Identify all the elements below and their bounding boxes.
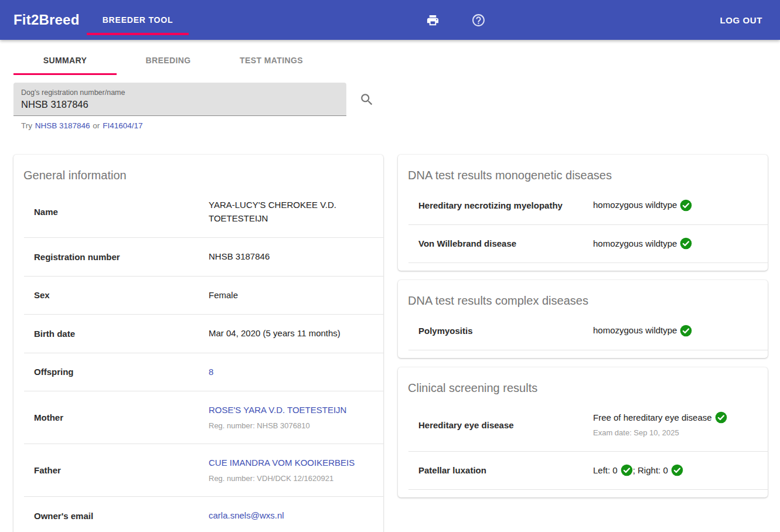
info-row: MotherROSE'S YARA V.D. TOETESTEIJNReg. n… (24, 391, 383, 444)
hint-text-try: Try (21, 121, 32, 130)
row-value-link[interactable]: ROSE'S YARA V.D. TOETESTEIJN (209, 404, 346, 417)
app-logo: Fit2Breed (13, 12, 80, 28)
row-label: Offspring (24, 366, 209, 378)
clinical-screening-title: Clinical screening results (398, 367, 768, 399)
dna-complex-title: DNA test results complex diseases (398, 280, 768, 312)
row-label: Mother (24, 411, 209, 424)
row-label: Hereditary necrotizing myelopathy (408, 199, 593, 212)
row-value-text: YARA-LUCY'S CHEROKEE V.D. TOETESTEIJN (209, 199, 373, 225)
row-value-text: Mar 04, 2020 (5 years 11 months) (209, 327, 340, 340)
info-row: Birth dateMar 04, 2020 (5 years 11 month… (24, 315, 383, 353)
info-row: FatherCUE IMANDRA VOM KOOIKERBEISReg. nu… (24, 444, 383, 497)
hint-link-2[interactable]: FI41604/17 (103, 121, 142, 130)
help-button[interactable] (468, 10, 488, 30)
results-column: DNA test results monogenetic diseases He… (398, 155, 768, 507)
row-value-link[interactable]: CUE IMANDRA VOM KOOIKERBEIS (209, 456, 355, 470)
tab-bar: SUMMARY BREEDING TEST MATINGS (13, 47, 780, 75)
info-row: Patellar luxationLeft: 0; Right: 0 (408, 452, 768, 490)
row-value: carla.snels@wxs.nl (209, 509, 373, 523)
check-icon (680, 237, 692, 250)
row-value: Left: 0; Right: 0 (593, 464, 757, 478)
tab-test-matings[interactable]: TEST MATINGS (220, 47, 323, 75)
info-row: Hereditary eye diseaseFree of hereditary… (408, 399, 768, 452)
check-icon (671, 464, 683, 476)
search-field[interactable]: Dog's registration number/name (13, 83, 346, 116)
row-value-text: NHSB 3187846 (209, 250, 270, 264)
info-row: SexFemale (24, 277, 383, 315)
tab-summary[interactable]: SUMMARY (13, 47, 117, 75)
search-row: Dog's registration number/name (13, 83, 780, 116)
row-label: Owner's email (24, 510, 209, 522)
check-icon (680, 325, 692, 337)
general-info-rows: NameYARA-LUCY'S CHEROKEE V.D. TOETESTEIJ… (13, 186, 383, 532)
dna-complex-card: DNA test results complex diseases Polymy… (398, 280, 768, 358)
search-button[interactable] (357, 90, 376, 109)
search-icon (359, 92, 374, 107)
row-label: Hereditary eye disease (408, 419, 593, 431)
hint-text-or: or (93, 121, 100, 130)
nav-breeder-tool[interactable]: BREEDER TOOL (87, 0, 189, 40)
row-subtext: Exam date: Sep 10, 2025 (593, 427, 757, 439)
print-button[interactable] (423, 10, 442, 30)
check-icon (680, 199, 692, 212)
row-value-text: Left: 0 (593, 464, 618, 478)
row-subtext: Reg. number: NHSB 3076810 (209, 420, 373, 432)
dna-complex-rows: Polymyositishomozygous wildtype (398, 312, 768, 350)
row-value: Mar 04, 2020 (5 years 11 months) (209, 327, 373, 340)
check-icon (621, 464, 633, 476)
general-info-card: General information NameYARA-LUCY'S CHER… (13, 155, 383, 532)
clinical-screening-rows: Hereditary eye diseaseFree of hereditary… (398, 399, 768, 490)
info-row: Offspring8 (24, 353, 383, 392)
row-label: Polymyositis (408, 325, 593, 337)
row-value: Free of hereditary eye diseaseExam date:… (593, 411, 757, 439)
info-row: Registration numberNHSB 3187846 (24, 238, 383, 277)
row-value: Female (209, 289, 373, 302)
row-label: Birth date (24, 328, 209, 340)
row-value-link[interactable]: carla.snels@wxs.nl (209, 509, 284, 523)
row-value: CUE IMANDRA VOM KOOIKERBEISReg. number: … (209, 456, 373, 484)
app-header: Fit2Breed BREEDER TOOL LOG OUT (0, 0, 780, 40)
info-row: Von Willebrand diseasehomozygous wildtyp… (408, 225, 768, 264)
search-hint: Try NHSB 3187846 or FI41604/17 (21, 121, 780, 130)
row-value-text: Free of hereditary eye disease (593, 411, 712, 425)
row-value-text: Female (209, 289, 238, 302)
general-info-title: General information (13, 155, 383, 186)
main-content: General information NameYARA-LUCY'S CHER… (13, 155, 768, 532)
info-row: Owner's emailcarla.snels@wxs.nl (24, 497, 383, 532)
row-value: homozygous wildtype (593, 237, 757, 251)
nav-breeder-tool-label: BREEDER TOOL (103, 15, 173, 25)
row-value-text: ; Right: 0 (633, 464, 668, 478)
clinical-screening-card: Clinical screening results Hereditary ey… (398, 367, 768, 498)
info-row: NameYARA-LUCY'S CHEROKEE V.D. TOETESTEIJ… (24, 186, 383, 238)
row-value: YARA-LUCY'S CHEROKEE V.D. TOETESTEIJN (209, 199, 373, 225)
dna-monogenetic-rows: Hereditary necrotizing myelopathyhomozyg… (398, 186, 768, 263)
search-input[interactable] (21, 99, 332, 110)
tab-breeding[interactable]: BREEDING (117, 47, 220, 75)
row-label: Father (24, 464, 209, 476)
check-icon (715, 411, 727, 424)
row-label: Sex (24, 289, 209, 301)
row-value: 8 (209, 366, 373, 379)
dna-monogenetic-title: DNA test results monogenetic diseases (398, 155, 768, 186)
row-value: homozygous wildtype (593, 199, 757, 212)
row-label: Name (24, 206, 209, 218)
help-icon (471, 13, 486, 28)
row-label: Registration number (24, 251, 209, 263)
row-subtext: Reg. number: VDH/DCK 12/1620921 (209, 473, 373, 485)
row-value-text: homozygous wildtype (593, 237, 677, 251)
row-value-text: homozygous wildtype (593, 324, 677, 337)
row-value: homozygous wildtype (593, 324, 757, 337)
info-row: Polymyositishomozygous wildtype (408, 312, 768, 350)
row-value-link[interactable]: 8 (209, 366, 213, 379)
logout-button[interactable]: LOG OUT (720, 15, 762, 25)
row-value: ROSE'S YARA V.D. TOETESTEIJNReg. number:… (209, 404, 373, 431)
info-row: Hereditary necrotizing myelopathyhomozyg… (408, 186, 768, 225)
hint-link-1[interactable]: NHSB 3187846 (35, 121, 90, 130)
dna-monogenetic-card: DNA test results monogenetic diseases He… (398, 155, 768, 271)
print-icon (426, 13, 440, 27)
row-label: Patellar luxation (408, 464, 593, 476)
search-label: Dog's registration number/name (21, 88, 125, 97)
row-label: Von Willebrand disease (408, 237, 593, 250)
row-value: NHSB 3187846 (209, 250, 373, 264)
row-value-text: homozygous wildtype (593, 199, 677, 212)
